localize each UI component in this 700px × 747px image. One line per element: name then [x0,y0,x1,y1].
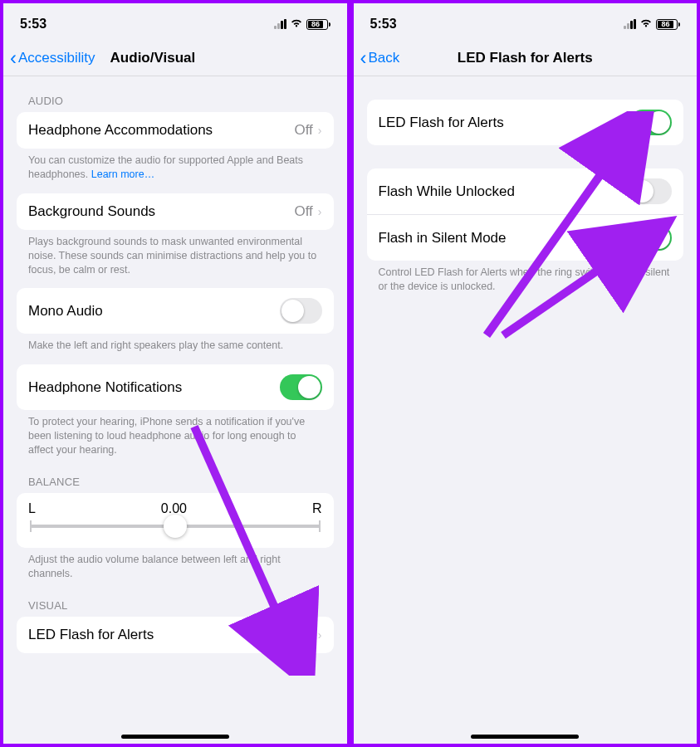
footer-balance: Adjust the audio volume balance between … [3,548,347,581]
row-background-sounds[interactable]: Background Sounds Off › [17,193,334,230]
cellular-icon [274,19,286,29]
nav-bar: ‹ Accessibility Audio/Visual [3,40,347,76]
status-time: 5:53 [370,17,397,32]
toggle-led-flash[interactable] [629,110,672,135]
row-mono-audio: Mono Audio [17,288,334,334]
row-led-flash-toggle: LED Flash for Alerts [367,100,684,145]
status-bar: 5:53 86 [3,3,347,40]
back-button[interactable]: Back [369,50,400,66]
toggle-mono-audio[interactable] [280,298,322,324]
row-headphone-notifications: Headphone Notifications [17,364,334,410]
back-chevron-icon[interactable]: ‹ [360,48,367,68]
screen-audio-visual: 5:53 86 ‹ Accessibility Audio/Visual AUD… [0,0,350,747]
page-title: Audio/Visual [110,50,196,66]
balance-r: R [312,501,322,516]
chevron-right-icon: › [318,124,322,137]
home-indicator[interactable] [471,735,579,739]
row-headphone-accommodations[interactable]: Headphone Accommodations Off › [17,112,334,149]
footer-mono-audio: Make the left and right speakers play th… [3,334,347,353]
back-button[interactable]: Accessibility [18,50,95,66]
footer-bg-sounds: Plays background sounds to mask unwanted… [3,230,347,277]
learn-more-link[interactable]: Learn more… [91,168,154,180]
row-flash-silent-mode: Flash in Silent Mode [367,215,684,261]
row-led-flash[interactable]: LED Flash for Alerts On › [17,617,334,653]
wifi-icon [639,17,653,31]
section-header-balance: BALANCE [3,457,347,493]
footer-led-flash: Control LED Flash for Alerts when the ri… [354,261,698,294]
section-header-audio: AUDIO [3,76,347,112]
balance-l: L [28,501,36,516]
back-chevron-icon[interactable]: ‹ [10,48,17,68]
toggle-flash-unlocked[interactable] [629,178,672,204]
balance-slider-card: L 0.00 R [17,493,334,548]
home-indicator[interactable] [121,735,229,739]
screen-led-flash: 5:53 86 ‹ Back LED Flash for Alerts LED … [350,0,701,747]
battery-icon: 86 [656,19,680,30]
slider-thumb[interactable] [164,515,187,538]
balance-slider[interactable] [30,525,321,528]
content-scroll[interactable]: AUDIO Headphone Accommodations Off › You… [3,76,347,744]
cellular-icon [624,19,636,29]
status-time: 5:53 [20,17,47,32]
section-header-visual: VISUAL [3,581,347,617]
battery-icon: 86 [306,19,330,30]
chevron-right-icon: › [318,628,322,642]
status-bar: 5:53 86 [354,3,698,40]
chevron-right-icon: › [318,205,322,218]
toggle-headphone-notifications[interactable] [280,374,322,400]
nav-bar: ‹ Back LED Flash for Alerts [354,40,698,76]
row-flash-while-unlocked: Flash While Unlocked [367,168,684,215]
wifi-icon [290,17,303,31]
toggle-flash-silent[interactable] [629,225,672,251]
footer-headphone-notif: To protect your hearing, iPhone sends a … [3,410,347,457]
page-title: LED Flash for Alerts [458,50,593,66]
footer-headphone-accom: You can customize the audio for supporte… [3,149,347,182]
content-scroll[interactable]: LED Flash for Alerts Flash While Unlocke… [354,76,698,744]
